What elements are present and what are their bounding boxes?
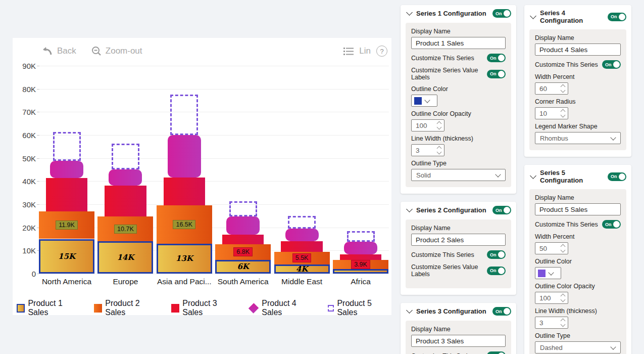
- bar-segment-product-5-sales[interactable]: [170, 95, 198, 135]
- outline-color-opacity-input[interactable]: [412, 121, 435, 130]
- series-1-on-toggle[interactable]: On: [492, 9, 511, 18]
- bar-segment-product-2-sales[interactable]: 16.5K: [157, 205, 212, 243]
- series-3-on-toggle[interactable]: On: [492, 307, 511, 316]
- bar-segment-product-3-sales[interactable]: [340, 254, 382, 260]
- customize-value-labels-toggle[interactable]: On: [487, 70, 506, 78]
- line-width-stepper[interactable]: [411, 144, 444, 156]
- panel-title: Series 1 Configuration: [416, 10, 492, 17]
- corner-radius-stepper[interactable]: [535, 107, 568, 119]
- series-2-header[interactable]: Series 2 Configuration On: [401, 202, 516, 218]
- x-axis-label[interactable]: South America: [210, 277, 276, 286]
- bar-segment-product-2-sales[interactable]: 6.8K: [215, 244, 271, 260]
- display-name-input[interactable]: [535, 43, 621, 56]
- bar-segment-product-5-sales[interactable]: [53, 132, 81, 161]
- x-axis-label[interactable]: Asia and Paci...: [151, 277, 218, 286]
- x-axis-label[interactable]: Europe: [92, 277, 159, 286]
- bar-segment-product-5-sales[interactable]: [347, 231, 375, 242]
- spinner-icons[interactable]: [561, 85, 565, 92]
- bar-segment-product-5-sales[interactable]: [112, 144, 139, 169]
- width-percent-input[interactable]: [535, 244, 559, 253]
- customize-series-toggle[interactable]: On: [487, 250, 506, 259]
- series-5-on-toggle[interactable]: On: [608, 172, 626, 181]
- outline-type-select[interactable]: Solid: [411, 169, 506, 181]
- spinner-icons[interactable]: [561, 319, 565, 326]
- bar-segment-product-3-sales[interactable]: [46, 178, 88, 211]
- customize-value-labels-toggle[interactable]: On: [487, 267, 506, 275]
- series-2-on-toggle[interactable]: On: [492, 206, 511, 214]
- width-percent-stepper[interactable]: [535, 82, 568, 95]
- bar-segment-product-2-sales[interactable]: 5.5K: [274, 252, 330, 264]
- spinner-icons[interactable]: [561, 110, 565, 117]
- toggle-on-label: On: [490, 268, 497, 273]
- legend-item-product-5[interactable]: Product 5 Sales: [328, 299, 391, 317]
- x-axis-label[interactable]: Middle East: [269, 277, 335, 286]
- series-1-header[interactable]: Series 1 Configuration On: [401, 5, 516, 22]
- line-width-input[interactable]: [535, 319, 559, 327]
- toggle-on-label: On: [605, 222, 612, 227]
- width-percent-input[interactable]: [535, 84, 559, 93]
- legend-label: Product 3 Sales: [182, 299, 237, 317]
- outline-color-dropdown[interactable]: [535, 267, 561, 279]
- bar-segment-product-4-sales[interactable]: [168, 135, 201, 178]
- y-axis-tick: [37, 112, 39, 112]
- series-4-header[interactable]: Series 4 Configuration On: [524, 5, 631, 28]
- bar-segment-product-5-sales[interactable]: [229, 201, 257, 216]
- display-name-input[interactable]: [411, 335, 506, 347]
- spinner-icons[interactable]: [437, 147, 441, 154]
- outline-type-label: Outline Type: [411, 160, 506, 167]
- bar-segment-product-5-sales[interactable]: [288, 216, 316, 229]
- display-name-input[interactable]: [535, 203, 621, 215]
- outline-color-opacity-label: Outline Color Opacity: [535, 283, 621, 290]
- bar-segment-product-1-sales[interactable]: 4K: [274, 264, 330, 274]
- legend-item-product-4[interactable]: Product 4 Sales: [249, 299, 316, 317]
- x-axis-label[interactable]: North America: [33, 277, 100, 286]
- width-percent-stepper[interactable]: [535, 242, 568, 254]
- line-width-stepper[interactable]: [535, 317, 568, 329]
- bar-segment-product-2-sales[interactable]: 11.9K: [39, 211, 94, 239]
- display-name-input[interactable]: [411, 234, 506, 246]
- toggle-knob: [498, 251, 505, 258]
- x-axis-label[interactable]: Africa: [327, 277, 394, 286]
- spinner-icons[interactable]: [437, 122, 441, 129]
- bar-segment-product-1-sales[interactable]: [333, 269, 388, 274]
- toggle-on-label: On: [490, 56, 497, 61]
- series-4-on-toggle[interactable]: On: [608, 13, 626, 21]
- spinner-icons[interactable]: [561, 294, 565, 301]
- outline-color-opacity-input[interactable]: [535, 294, 559, 302]
- series-5-header[interactable]: Series 5 Configuration On: [524, 165, 631, 188]
- customize-series-toggle[interactable]: On: [602, 60, 621, 69]
- spinner-icons[interactable]: [561, 245, 565, 252]
- outline-type-select[interactable]: Dashed: [535, 341, 621, 353]
- customize-series-toggle[interactable]: On: [487, 351, 506, 354]
- bar-segment-product-4-sales[interactable]: [344, 242, 377, 254]
- outline-color-opacity-stepper[interactable]: [411, 119, 444, 131]
- line-width-label: Line Width (thickness): [535, 307, 621, 315]
- legend-item-product-3[interactable]: Product 3 Sales: [171, 299, 237, 317]
- bar-segment-product-3-sales[interactable]: [105, 186, 146, 217]
- legend-marker-shape-select[interactable]: Rhombus: [535, 132, 621, 144]
- display-name-input[interactable]: [411, 37, 506, 49]
- chevron-down-icon: [610, 344, 616, 349]
- bar-segment-product-2-sales[interactable]: 10.7K: [97, 216, 153, 241]
- bar-segment-product-4-sales[interactable]: [285, 229, 319, 241]
- bar-segment-product-1-sales[interactable]: 13K: [157, 244, 212, 274]
- bar-segment-product-3-sales[interactable]: [164, 178, 206, 205]
- bar-segment-product-4-sales[interactable]: [109, 169, 142, 186]
- bar-segment-product-1-sales[interactable]: 6K: [215, 260, 271, 274]
- bar-segment-product-4-sales[interactable]: [50, 161, 83, 178]
- legend-item-product-2[interactable]: Product 2 Sales: [94, 299, 160, 317]
- bar-segment-product-1-sales[interactable]: 14K: [97, 241, 153, 274]
- bar-segment-product-4-sales[interactable]: [226, 216, 260, 235]
- legend-item-product-1[interactable]: Product 1 Sales: [17, 299, 82, 317]
- bar-segment-product-3-sales[interactable]: [281, 241, 323, 252]
- bar-segment-product-1-sales[interactable]: 15K: [39, 239, 94, 274]
- bar-segment-product-2-sales[interactable]: 3.9K: [333, 260, 388, 269]
- outline-color-dropdown[interactable]: [411, 95, 437, 107]
- customize-series-toggle[interactable]: On: [602, 220, 621, 229]
- outline-color-opacity-stepper[interactable]: [535, 292, 568, 304]
- line-width-input[interactable]: [412, 146, 435, 155]
- corner-radius-input[interactable]: [535, 109, 559, 118]
- bar-segment-product-3-sales[interactable]: [222, 235, 264, 244]
- series-3-header[interactable]: Series 3 Configuration On: [401, 303, 516, 320]
- customize-series-toggle[interactable]: On: [487, 54, 506, 62]
